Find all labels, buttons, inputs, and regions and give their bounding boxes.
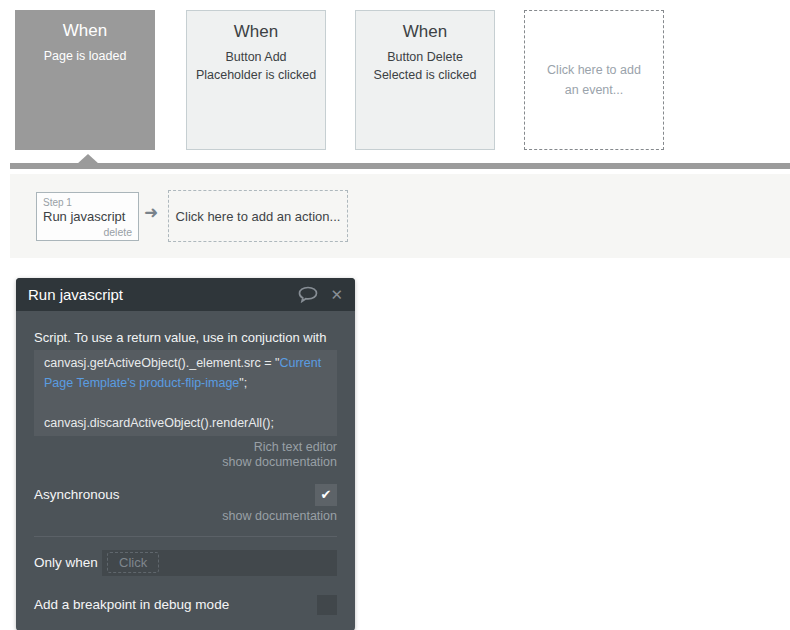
event-title: When: [356, 22, 494, 42]
selected-event-pointer: [77, 154, 99, 164]
only-when-condition-input[interactable]: Click: [102, 550, 337, 576]
rich-text-editor-link[interactable]: Rich text editor: [254, 440, 337, 454]
event-title: When: [15, 21, 155, 41]
event-subtitle: Page is loaded: [15, 47, 155, 65]
step-action-name: Run javascript: [37, 208, 138, 224]
only-when-label: Only when: [34, 555, 102, 570]
event-card-button-delete-selected[interactable]: When Button Delete Selected is clicked: [355, 10, 495, 150]
dynamic-expression: Page Template's product-flip-image: [44, 376, 239, 390]
script-code-input[interactable]: canvasj.getActiveObject()._element.src =…: [34, 350, 337, 436]
step-delete-link[interactable]: delete: [37, 224, 138, 238]
code-line-3: [44, 393, 327, 413]
action-property-editor: Run javascript ✕ Script. To use a return…: [16, 278, 355, 630]
script-field-label: Script. To use a return value, use in co…: [34, 311, 337, 345]
workflow-connector-bar: [10, 163, 790, 169]
close-icon[interactable]: ✕: [330, 286, 343, 304]
add-event-label: Click here to add an event...: [539, 60, 649, 100]
comment-bubble-icon[interactable]: [298, 286, 318, 303]
code-line-4: canvasj.discardActiveObject().renderAll(…: [44, 413, 327, 433]
step-number-label: Step 1: [37, 193, 138, 208]
property-editor-header: Run javascript ✕: [16, 278, 355, 311]
code-line-2: Page Template's product-flip-image";: [44, 373, 327, 393]
event-title: When: [187, 22, 325, 42]
event-subtitle: Button Delete Selected is clicked: [356, 48, 494, 84]
conditional-section: Only when Click Add a breakpoint in debu…: [34, 536, 337, 615]
steps-strip: Step 1 Run javascript delete ➜ Click her…: [10, 174, 790, 258]
show-documentation-link-2[interactable]: show documentation: [34, 509, 337, 523]
step-card-run-javascript[interactable]: Step 1 Run javascript delete: [36, 192, 139, 241]
condition-click-placeholder[interactable]: Click: [107, 552, 159, 573]
dynamic-expression: Current: [279, 356, 321, 370]
asynchronous-checkbox[interactable]: ✔: [315, 484, 337, 506]
add-action-label: Click here to add an action...: [176, 209, 341, 224]
asynchronous-label: Asynchronous: [34, 487, 120, 502]
event-subtitle: Button Add Placeholder is clicked: [187, 48, 325, 84]
breakpoint-label: Add a breakpoint in debug mode: [34, 597, 229, 612]
property-editor-title: Run javascript: [28, 286, 298, 303]
property-editor-body: Script. To use a return value, use in co…: [16, 311, 355, 630]
step-arrow-icon: ➜: [144, 202, 158, 223]
breakpoint-checkbox[interactable]: [317, 595, 337, 615]
add-event-button[interactable]: Click here to add an event...: [524, 10, 664, 150]
event-card-page-loaded[interactable]: When Page is loaded: [15, 10, 155, 150]
code-line-1: canvasj.getActiveObject()._element.src =…: [44, 353, 327, 373]
show-documentation-link[interactable]: show documentation: [222, 455, 337, 469]
add-action-button[interactable]: Click here to add an action...: [168, 190, 348, 242]
check-icon: ✔: [321, 487, 332, 502]
event-card-button-add-placeholder[interactable]: When Button Add Placeholder is clicked: [186, 10, 326, 150]
